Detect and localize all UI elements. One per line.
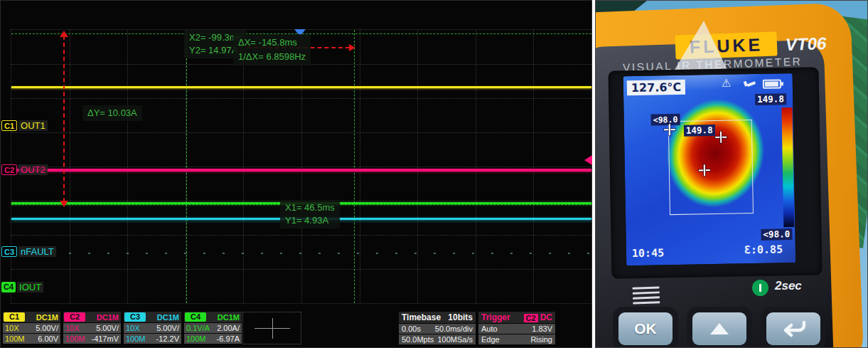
cursor-dy-value: ΔY= 10.03A	[87, 107, 137, 120]
center-crosshair-icon	[699, 164, 710, 176]
trigger-title: Trigger	[481, 312, 510, 323]
scale-max-label: 149.8	[755, 93, 786, 105]
cursor-x2-line[interactable]	[186, 30, 187, 303]
waveform-plot-area: X2= -99.3ms Y2= 14.97A ΔX= -145.8ms 1/ΔX…	[11, 29, 592, 304]
channel1-bandwidth: 100M	[5, 334, 25, 344]
cursor-dy-readout: ΔY= 10.03A	[82, 105, 142, 121]
channel4-bandwidth: 100M	[186, 334, 206, 344]
torch-icon-part	[744, 81, 748, 87]
timebase-bits: 10bits	[448, 312, 473, 323]
trace-channel3-baseline-dots	[11, 253, 591, 254]
channel1-tag: C1	[1, 120, 17, 131]
channel3-descriptor-box[interactable]: C3DC1M 10X5.00V/ 100M-12.2V	[124, 312, 181, 344]
back-button[interactable]	[761, 307, 826, 348]
timebase-panel[interactable]: Timebase10bits 0.00s50.0ms/div 50.0Mpts1…	[399, 312, 476, 344]
channel2-descriptor-box[interactable]: C2DC1M 10X5.00V/ 100M-417mV	[63, 312, 121, 344]
cursor-x1y1-readout: X1= 46.5ms Y1= 4.93A	[280, 200, 340, 228]
channel2-coupling: DC1M	[97, 313, 119, 322]
crosshair-icon	[272, 318, 273, 339]
channel4-tag: C4	[1, 282, 16, 292]
channel4-probe: 0.1V/A	[186, 323, 210, 333]
trigger-mode: Auto	[481, 324, 498, 334]
trace-channel2	[11, 169, 591, 172]
trigger-panel[interactable]: Trigger C2 DC Auto1.83V EdgeRising	[478, 312, 555, 344]
timebase-delay: 0.00s	[402, 324, 421, 334]
timebase-samplerate: 100MSa/s	[437, 334, 473, 344]
channel2-marker[interactable]: C2 OUT2	[1, 164, 48, 175]
up-button[interactable]	[687, 307, 752, 348]
timebase-memory: 50.0Mpts	[402, 334, 434, 344]
timebase-scale: 50.0ms/div	[435, 324, 473, 334]
min-marker-crosshair-icon	[664, 124, 675, 135]
thermal-display: 127.6°C ⚠ 149.8 <98.0 <98.0 149.8	[623, 73, 796, 265]
trace-channel1	[11, 86, 591, 88]
thermometer-photo: FLUKE VT06 VISUAL IR THERMOMETER 127.6°C…	[595, 0, 868, 348]
trigger-level-marker-icon[interactable]	[584, 155, 592, 165]
timebase-title: Timebase	[402, 312, 441, 323]
channel3-scale: 5.00V/	[156, 323, 179, 333]
screen-bezel: 127.6°C ⚠ 149.8 <98.0 <98.0 149.8	[608, 67, 822, 278]
trigger-coupling: DC	[540, 312, 552, 323]
max-marker-label: 149.8	[684, 125, 715, 137]
gridline	[417, 30, 418, 303]
trigger-level: 1.83V	[532, 324, 552, 334]
channel1-scale: 5.00V/	[36, 323, 58, 333]
channel1-marker[interactable]: C1 OUT1	[1, 120, 48, 131]
cursor-x1-line[interactable]	[354, 30, 355, 303]
channel3-bandwidth: 100M	[126, 334, 146, 344]
channel2-probe: 10X	[65, 323, 80, 333]
torch-icon-part	[747, 81, 756, 87]
channel2-scale: 5.00V/	[96, 323, 119, 333]
cursor-y1-value: Y1= 4.93A	[285, 214, 335, 227]
channel2-label: OUT2	[18, 164, 48, 175]
channel2-tag: C2	[1, 164, 17, 175]
channel2-offset: -417mV	[91, 334, 119, 344]
channel4-tag: C4	[185, 312, 206, 322]
power-icon	[752, 280, 768, 296]
channel4-descriptor-box[interactable]: C4DC1M 0.1V/A2.00A/ 100M-6.97A	[184, 312, 242, 344]
display-clock: 10:45	[632, 246, 664, 260]
cursor-dx-readout: ΔX= -145.8ms 1/ΔX= 6.8598Hz	[233, 34, 311, 65]
channel4-label: IOUT	[17, 282, 43, 292]
gridline	[243, 30, 244, 303]
channel1-label: OUT1	[18, 120, 48, 131]
laser-warning-icon: ⚠	[722, 77, 732, 90]
gridline	[360, 30, 360, 303]
menu-icon	[633, 286, 660, 307]
channel3-label: nFAULT	[18, 246, 56, 257]
ok-button[interactable]: OK	[613, 307, 678, 348]
arrow-right-icon	[349, 44, 355, 51]
gridline	[476, 30, 476, 303]
scale-min-label: <98.0	[761, 228, 792, 241]
channel4-marker[interactable]: C4 IOUT	[1, 282, 43, 292]
emissivity-readout: Ɛ:0.85	[744, 243, 783, 256]
pan-crosshair-box[interactable]	[242, 312, 301, 344]
channel2-tag: C2	[64, 312, 85, 322]
back-arrow-icon	[779, 320, 808, 338]
up-arrow-icon	[710, 323, 729, 334]
channel2-bandwidth: 100M	[65, 334, 85, 344]
temperature-color-scale	[781, 107, 794, 227]
cursor-x1-value: X1= 46.5ms	[285, 201, 335, 214]
power-hold-hint: 2sec	[775, 279, 802, 293]
gridline	[533, 30, 534, 303]
channel1-tag: C1	[4, 312, 25, 322]
channel3-marker[interactable]: C3 nFAULT	[1, 246, 56, 257]
arrow-up-icon	[60, 31, 68, 37]
trigger-source: C2	[524, 314, 538, 322]
battery-icon-part	[765, 81, 778, 86]
trigger-type: Edge	[481, 334, 500, 344]
channel3-coupling: DC1M	[157, 313, 179, 322]
gridline	[301, 30, 302, 303]
battery-icon	[763, 79, 781, 88]
channel3-offset: -12.2V	[156, 334, 179, 344]
cursor-dx-value: ΔX= -145.8ms	[238, 36, 306, 50]
delta-y-measure-arrow	[63, 36, 65, 202]
torch-icon	[746, 78, 756, 89]
channel1-coupling: DC1M	[36, 313, 58, 322]
channel4-coupling: DC1M	[218, 313, 240, 322]
gridline	[127, 30, 128, 303]
ok-button-label: OK	[618, 312, 673, 345]
channel1-descriptor-box[interactable]: C1DC1M 10X5.00V/ 100M6.00V	[3, 312, 60, 344]
model-label: VT06	[786, 33, 827, 55]
